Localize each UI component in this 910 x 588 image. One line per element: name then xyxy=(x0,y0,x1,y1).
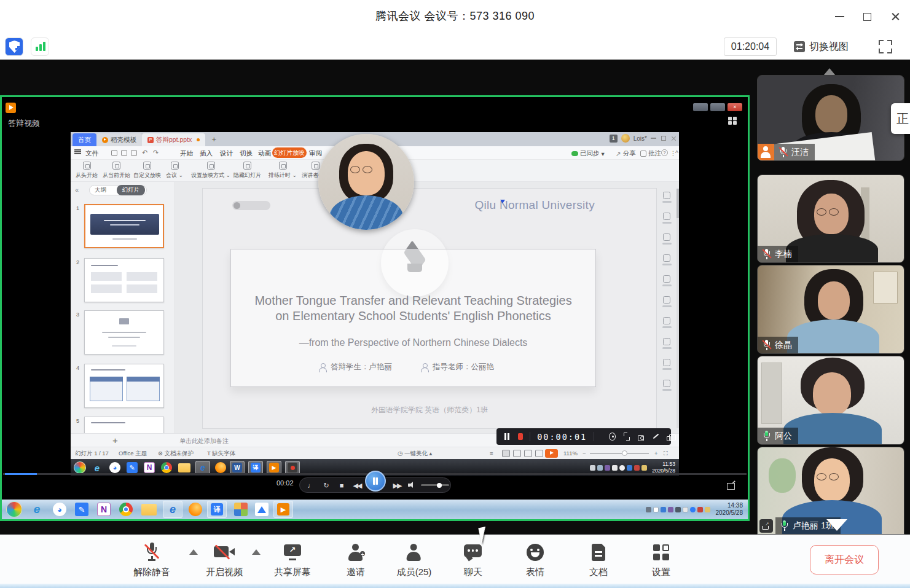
print-icon[interactable] xyxy=(121,150,127,156)
rewind-icon[interactable]: ◀◀ xyxy=(353,481,361,490)
save-icon[interactable] xyxy=(111,150,117,156)
system-tray[interactable]: 14:382020/5/28 xyxy=(646,502,743,517)
player-maximize-icon[interactable] xyxy=(710,103,725,111)
volume-slider[interactable] xyxy=(421,484,449,486)
playlist-icon[interactable] xyxy=(728,117,737,125)
zoom-in-icon[interactable]: + xyxy=(654,450,658,457)
participant-tile[interactable]: 汪洁 xyxy=(757,75,904,161)
tab-home[interactable]: 首页 xyxy=(73,133,96,146)
undo-icon[interactable]: ↶ xyxy=(142,149,147,157)
taskbar-ie-icon[interactable]: e xyxy=(29,502,44,517)
video-taskbar-edge-icon[interactable]: e xyxy=(195,461,210,474)
show-view-icon[interactable] xyxy=(535,450,543,457)
slide-thumbnail-row[interactable]: 2 xyxy=(71,258,175,305)
scroll-down-icon[interactable] xyxy=(826,519,847,531)
settings-button[interactable]: 设置 xyxy=(652,542,670,578)
recording-pause-icon[interactable] xyxy=(504,433,509,440)
beautify-button[interactable]: ◷ 一键美化 ▴ xyxy=(398,450,432,458)
video-taskbar-translate-icon[interactable]: 译 xyxy=(248,461,263,474)
ribbon-meeting[interactable]: 会议 ⌄ xyxy=(166,162,183,179)
taskbar-chrome-icon[interactable] xyxy=(119,503,133,516)
recording-camera-icon[interactable] xyxy=(638,435,645,441)
ribbon-from-current[interactable]: 从当前开始 xyxy=(103,162,130,179)
slide-thumbnail-row[interactable]: 1 xyxy=(71,204,175,251)
status-missing-font[interactable]: T 缺失字体 xyxy=(207,450,235,458)
network-quality-button[interactable] xyxy=(31,37,49,56)
side-tool[interactable] xyxy=(658,254,675,275)
video-taskbar-recorder-icon[interactable] xyxy=(285,461,300,474)
player-minimize-icon[interactable] xyxy=(693,103,708,111)
menu-start[interactable]: 开始 xyxy=(180,149,193,158)
ribbon-setup-show[interactable]: 设置放映方式 ⌄ xyxy=(191,162,230,179)
menu-insert[interactable]: 插入 xyxy=(200,149,213,158)
video-taskbar-chrome-icon[interactable] xyxy=(161,462,172,473)
video-options-caret[interactable] xyxy=(252,549,261,555)
participant-tile[interactable]: 徐晶 xyxy=(757,265,904,354)
taskbar-onenote-icon[interactable]: N xyxy=(97,503,111,516)
tab-docer[interactable]: 稻壳模板 xyxy=(96,133,142,146)
slide-thumbnail-5[interactable] xyxy=(84,417,164,433)
player-window-controls[interactable]: × xyxy=(693,103,742,111)
start-orb-icon[interactable] xyxy=(6,501,22,517)
video-taskbar-word-icon[interactable]: W xyxy=(230,461,245,474)
collapse-ribbon-icon[interactable]: ^ xyxy=(675,149,678,157)
taskbar-photos-icon[interactable] xyxy=(234,503,248,516)
help-button[interactable]: ? xyxy=(661,149,668,156)
karaoke-icon[interactable]: ♩ xyxy=(307,481,315,490)
video-start-orb-icon[interactable] xyxy=(74,461,86,474)
taskbar-edge-icon[interactable]: e xyxy=(163,501,182,518)
slide-thumbnail-3[interactable] xyxy=(84,310,164,355)
recording-stop-icon[interactable] xyxy=(518,433,524,440)
file-menu[interactable]: 文件 xyxy=(85,149,98,158)
video-system-tray[interactable]: 11:532020/5/28 xyxy=(590,461,675,474)
menu-design[interactable]: 设计 xyxy=(220,149,233,158)
switch-view-button[interactable]: 切换视图 xyxy=(794,37,849,56)
player-popout-icon[interactable] xyxy=(727,483,735,490)
sync-status[interactable]: 已同步 ▾ xyxy=(571,149,605,158)
recording-window-icon[interactable] xyxy=(667,436,671,441)
close-button[interactable] xyxy=(885,8,906,25)
play-pause-button[interactable] xyxy=(365,471,386,492)
account-avatar[interactable] xyxy=(621,134,630,143)
emoji-button[interactable]: 表情 xyxy=(526,542,544,578)
maximize-button[interactable] xyxy=(857,8,877,25)
recording-shrink-icon[interactable] xyxy=(624,433,630,441)
wps-window-controls[interactable] xyxy=(651,136,677,141)
share-button[interactable]: ↗分享 xyxy=(616,149,636,158)
zoom-out-icon[interactable]: − xyxy=(582,450,586,457)
zoom-slider[interactable] xyxy=(590,453,649,454)
panel-tabs[interactable]: 大纲 幻灯片 xyxy=(89,185,147,195)
volume-icon[interactable] xyxy=(407,481,416,490)
recording-toolbar[interactable]: 00:00:01 xyxy=(496,428,671,445)
add-slide-button[interactable]: + xyxy=(112,435,118,445)
leave-meeting-button[interactable]: 离开会议 xyxy=(810,545,879,574)
side-tool[interactable] xyxy=(658,296,675,317)
notes-toggle-icon[interactable]: ≡ xyxy=(490,450,493,457)
recording-pen-icon[interactable] xyxy=(652,433,658,441)
menu-slideshow-active[interactable]: 幻灯片放映 xyxy=(272,147,307,158)
menu-transition[interactable]: 切换 xyxy=(240,149,253,158)
fullscreen-button[interactable] xyxy=(877,39,893,55)
taskbar-firefox-icon[interactable] xyxy=(189,503,202,516)
volume-thumb[interactable] xyxy=(437,483,442,488)
participant-tile[interactable]: 李楠 xyxy=(757,174,904,263)
collapse-panel-icon[interactable]: « xyxy=(75,186,79,194)
side-tool[interactable] xyxy=(658,275,675,296)
menu-animation[interactable]: 动画 xyxy=(258,149,271,158)
video-taskbar-firefox-icon[interactable] xyxy=(215,462,226,473)
normal-view-icon[interactable] xyxy=(502,450,510,457)
notes-placeholder[interactable]: 单击此处添加备注 xyxy=(179,437,229,445)
side-tool[interactable] xyxy=(658,359,675,380)
panel-tab-outline[interactable]: 大纲 xyxy=(90,185,111,195)
zoom-slider-thumb[interactable] xyxy=(622,450,627,456)
side-tool[interactable] xyxy=(658,213,675,233)
taskbar-translate-icon[interactable]: 译 xyxy=(207,501,227,518)
slide-thumbnail-1[interactable] xyxy=(84,204,164,248)
slide-scrollbar[interactable] xyxy=(677,189,679,428)
recording-focus-icon[interactable] xyxy=(609,433,616,441)
participant-tile[interactable]: 阿公 xyxy=(757,356,904,445)
taskbar-quark-icon[interactable]: ◕ xyxy=(53,503,66,516)
slide-thumbnail-4[interactable] xyxy=(84,364,164,408)
docs-button[interactable]: 文档 xyxy=(589,542,608,578)
forward-icon[interactable]: ▶▶ xyxy=(393,481,401,490)
